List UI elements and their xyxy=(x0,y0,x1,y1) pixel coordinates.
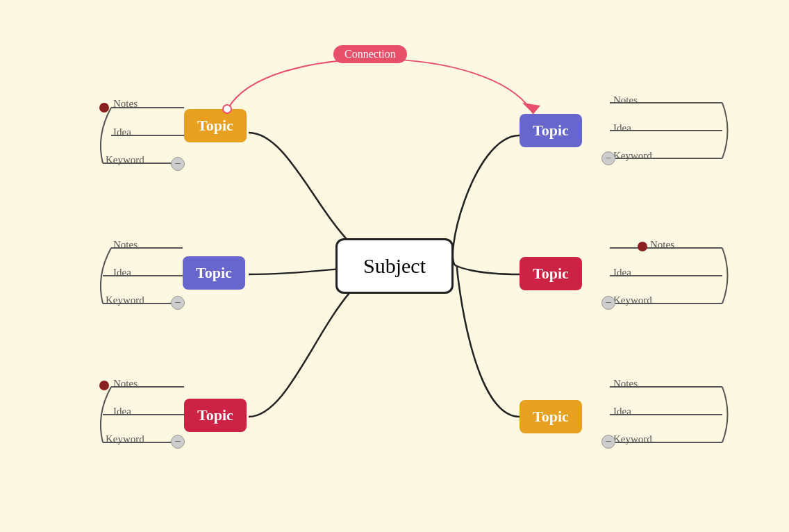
note-text-ml-keyword: Keyword xyxy=(106,294,144,306)
minus-btn-tl1[interactable]: − xyxy=(171,157,185,171)
note-dot-mr xyxy=(638,242,647,251)
topic-mid-left[interactable]: Topic xyxy=(183,256,245,290)
topic-bot-left[interactable]: Topic xyxy=(184,399,247,432)
note-text-br-keyword: Keyword xyxy=(613,433,652,445)
note-text-tl1-keyword: Keyword xyxy=(106,154,144,166)
minus-btn-bl[interactable]: − xyxy=(171,435,185,449)
note-text-ml-notes: Notes xyxy=(113,239,138,251)
note-text-br-idea: Idea xyxy=(613,406,631,417)
topic-label: Topic xyxy=(197,117,233,135)
topic-top-right[interactable]: Topic xyxy=(520,114,582,147)
topic-label: Topic xyxy=(196,264,232,282)
note-text-ml-idea: Idea xyxy=(113,267,131,279)
minus-btn-br[interactable]: − xyxy=(601,435,615,449)
note-text-tr-idea: Idea xyxy=(613,122,631,134)
note-text-mr-notes: Notes xyxy=(650,239,674,251)
topic-label: Topic xyxy=(533,408,569,426)
note-text-mr-keyword: Keyword xyxy=(613,294,652,306)
note-text-tl1-notes: Notes xyxy=(113,98,138,110)
minus-btn-tr[interactable]: − xyxy=(601,151,615,165)
svg-marker-0 xyxy=(522,103,540,114)
connection-start-circle xyxy=(222,104,232,114)
topic-bot-right[interactable]: Topic xyxy=(520,400,582,433)
note-text-tr-notes: Notes xyxy=(613,94,638,106)
note-text-mr-idea: Idea xyxy=(613,267,631,279)
note-dot-tl1 xyxy=(99,103,109,113)
topic-top-left[interactable]: Topic xyxy=(184,109,247,142)
note-text-tr-keyword: Keyword xyxy=(613,150,652,162)
topic-label: Topic xyxy=(197,406,233,424)
topic-label: Topic xyxy=(533,265,569,283)
subject-box[interactable]: Subject xyxy=(335,238,454,294)
subject-label: Subject xyxy=(363,254,426,278)
note-text-bl-keyword: Keyword xyxy=(106,433,144,445)
note-text-tl1-idea: Idea xyxy=(113,126,131,138)
minus-btn-ml[interactable]: − xyxy=(171,296,185,310)
connection-label: Connection xyxy=(333,45,407,63)
note-text-br-notes: Notes xyxy=(613,378,638,390)
note-dot-bl xyxy=(99,381,109,390)
topic-mid-right[interactable]: Topic xyxy=(520,257,582,290)
topic-label: Topic xyxy=(533,122,569,140)
minus-btn-mr[interactable]: − xyxy=(601,296,615,310)
note-text-bl-idea: Idea xyxy=(113,406,131,417)
note-text-bl-notes: Notes xyxy=(113,378,138,390)
